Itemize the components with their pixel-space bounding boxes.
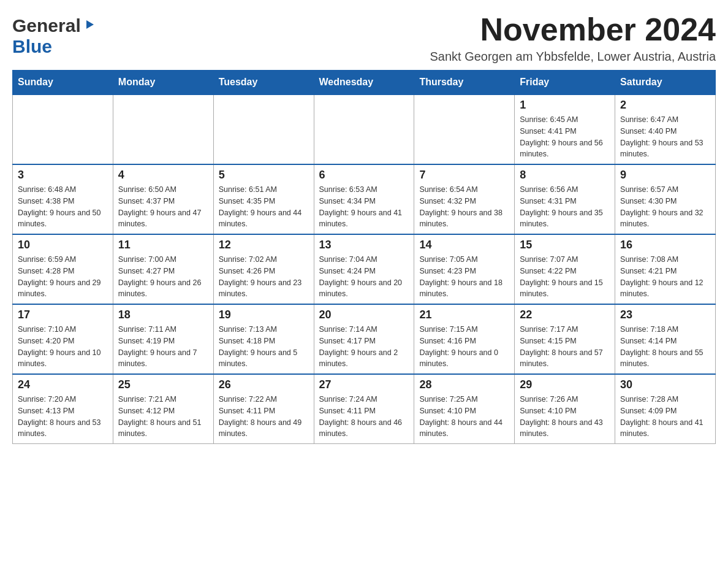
calendar-week-row-1: 3Sunrise: 6:48 AMSunset: 4:38 PMDaylight… — [13, 164, 716, 234]
calendar-table: SundayMondayTuesdayWednesdayThursdayFrid… — [12, 70, 716, 444]
day-info: Sunrise: 6:48 AMSunset: 4:38 PMDaylight:… — [18, 184, 108, 230]
calendar-cell: 18Sunrise: 7:11 AMSunset: 4:19 PMDayligh… — [113, 304, 213, 374]
day-number: 21 — [419, 308, 509, 321]
logo-arrow-icon — [83, 18, 96, 34]
logo: General Blue — [12, 12, 96, 57]
calendar-cell: 24Sunrise: 7:20 AMSunset: 4:13 PMDayligh… — [13, 374, 113, 444]
day-info: Sunrise: 7:05 AMSunset: 4:23 PMDaylight:… — [419, 254, 509, 300]
day-number: 27 — [319, 378, 409, 391]
calendar-cell: 17Sunrise: 7:10 AMSunset: 4:20 PMDayligh… — [13, 304, 113, 374]
calendar-cell: 8Sunrise: 6:56 AMSunset: 4:31 PMDaylight… — [515, 164, 615, 234]
calendar-cell: 30Sunrise: 7:28 AMSunset: 4:09 PMDayligh… — [615, 374, 716, 444]
day-info: Sunrise: 7:15 AMSunset: 4:16 PMDaylight:… — [419, 324, 509, 370]
calendar-cell: 4Sunrise: 6:50 AMSunset: 4:37 PMDaylight… — [113, 164, 213, 234]
day-info: Sunrise: 7:13 AMSunset: 4:18 PMDaylight:… — [219, 324, 309, 370]
day-number: 5 — [219, 169, 309, 182]
day-number: 4 — [118, 169, 208, 182]
calendar-cell: 23Sunrise: 7:18 AMSunset: 4:14 PMDayligh… — [615, 304, 716, 374]
calendar-cell: 1Sunrise: 6:45 AMSunset: 4:41 PMDaylight… — [515, 94, 615, 164]
day-info: Sunrise: 7:18 AMSunset: 4:14 PMDaylight:… — [620, 324, 710, 370]
day-number: 25 — [118, 378, 208, 391]
calendar-cell: 11Sunrise: 7:00 AMSunset: 4:27 PMDayligh… — [113, 234, 213, 304]
day-number: 20 — [319, 308, 409, 321]
day-info: Sunrise: 7:21 AMSunset: 4:12 PMDaylight:… — [118, 394, 208, 440]
weekday-header-tuesday: Tuesday — [213, 71, 314, 95]
calendar-cell — [414, 94, 515, 164]
calendar-cell: 6Sunrise: 6:53 AMSunset: 4:34 PMDaylight… — [314, 164, 414, 234]
svg-marker-0 — [86, 20, 94, 29]
weekday-header-monday: Monday — [113, 71, 213, 95]
day-info: Sunrise: 7:20 AMSunset: 4:13 PMDaylight:… — [18, 394, 108, 440]
calendar-cell — [314, 94, 414, 164]
day-number: 18 — [118, 308, 208, 321]
day-info: Sunrise: 6:45 AMSunset: 4:41 PMDaylight:… — [520, 114, 610, 160]
day-info: Sunrise: 6:56 AMSunset: 4:31 PMDaylight:… — [520, 184, 610, 230]
day-number: 6 — [319, 169, 409, 182]
weekday-header-saturday: Saturday — [615, 71, 716, 95]
day-number: 12 — [219, 239, 309, 251]
calendar-cell: 16Sunrise: 7:08 AMSunset: 4:21 PMDayligh… — [615, 234, 716, 304]
day-number: 2 — [620, 99, 710, 112]
logo-general-text: General — [12, 15, 81, 36]
logo-blue-text: Blue — [12, 36, 52, 57]
calendar-cell: 27Sunrise: 7:24 AMSunset: 4:11 PMDayligh… — [314, 374, 414, 444]
calendar-cell: 15Sunrise: 7:07 AMSunset: 4:22 PMDayligh… — [515, 234, 615, 304]
day-info: Sunrise: 7:07 AMSunset: 4:22 PMDaylight:… — [520, 254, 610, 300]
calendar-cell: 22Sunrise: 7:17 AMSunset: 4:15 PMDayligh… — [515, 304, 615, 374]
calendar-cell: 28Sunrise: 7:25 AMSunset: 4:10 PMDayligh… — [414, 374, 515, 444]
day-number: 10 — [18, 239, 108, 251]
day-number: 7 — [419, 169, 509, 182]
weekday-header-sunday: Sunday — [13, 71, 113, 95]
day-info: Sunrise: 7:28 AMSunset: 4:09 PMDaylight:… — [620, 394, 710, 440]
day-number: 26 — [219, 378, 309, 391]
day-number: 9 — [620, 169, 710, 182]
weekday-header-row: SundayMondayTuesdayWednesdayThursdayFrid… — [13, 71, 716, 95]
weekday-header-thursday: Thursday — [414, 71, 515, 95]
day-info: Sunrise: 7:17 AMSunset: 4:15 PMDaylight:… — [520, 324, 610, 370]
calendar-cell: 25Sunrise: 7:21 AMSunset: 4:12 PMDayligh… — [113, 374, 213, 444]
day-info: Sunrise: 7:26 AMSunset: 4:10 PMDaylight:… — [520, 394, 610, 440]
day-info: Sunrise: 7:08 AMSunset: 4:21 PMDaylight:… — [620, 254, 710, 300]
day-number: 11 — [118, 239, 208, 251]
day-info: Sunrise: 7:25 AMSunset: 4:10 PMDaylight:… — [419, 394, 509, 440]
day-info: Sunrise: 6:51 AMSunset: 4:35 PMDaylight:… — [219, 184, 309, 230]
day-info: Sunrise: 7:14 AMSunset: 4:17 PMDaylight:… — [319, 324, 409, 370]
calendar-week-row-4: 24Sunrise: 7:20 AMSunset: 4:13 PMDayligh… — [13, 374, 716, 444]
calendar-cell — [213, 94, 314, 164]
calendar-cell: 19Sunrise: 7:13 AMSunset: 4:18 PMDayligh… — [213, 304, 314, 374]
day-number: 23 — [620, 308, 710, 321]
calendar-cell — [13, 94, 113, 164]
day-info: Sunrise: 6:50 AMSunset: 4:37 PMDaylight:… — [118, 184, 208, 230]
day-info: Sunrise: 6:47 AMSunset: 4:40 PMDaylight:… — [620, 114, 710, 160]
day-number: 15 — [520, 239, 610, 251]
calendar-cell: 29Sunrise: 7:26 AMSunset: 4:10 PMDayligh… — [515, 374, 615, 444]
weekday-header-wednesday: Wednesday — [314, 71, 414, 95]
calendar-cell: 26Sunrise: 7:22 AMSunset: 4:11 PMDayligh… — [213, 374, 314, 444]
calendar-cell: 10Sunrise: 6:59 AMSunset: 4:28 PMDayligh… — [13, 234, 113, 304]
day-info: Sunrise: 6:54 AMSunset: 4:32 PMDaylight:… — [419, 184, 509, 230]
day-number: 8 — [520, 169, 610, 182]
weekday-header-friday: Friday — [515, 71, 615, 95]
month-title: November 2024 — [430, 12, 716, 47]
calendar-cell: 9Sunrise: 6:57 AMSunset: 4:30 PMDaylight… — [615, 164, 716, 234]
day-info: Sunrise: 6:53 AMSunset: 4:34 PMDaylight:… — [319, 184, 409, 230]
calendar-cell: 5Sunrise: 6:51 AMSunset: 4:35 PMDaylight… — [213, 164, 314, 234]
day-number: 16 — [620, 239, 710, 251]
calendar-week-row-2: 10Sunrise: 6:59 AMSunset: 4:28 PMDayligh… — [13, 234, 716, 304]
location-subtitle: Sankt Georgen am Ybbsfelde, Lower Austri… — [430, 50, 716, 64]
title-area: November 2024 Sankt Georgen am Ybbsfelde… — [430, 12, 716, 64]
calendar-cell: 14Sunrise: 7:05 AMSunset: 4:23 PMDayligh… — [414, 234, 515, 304]
day-info: Sunrise: 7:24 AMSunset: 4:11 PMDaylight:… — [319, 394, 409, 440]
day-number: 3 — [18, 169, 108, 182]
day-number: 13 — [319, 239, 409, 251]
day-number: 22 — [520, 308, 610, 321]
day-info: Sunrise: 7:02 AMSunset: 4:26 PMDaylight:… — [219, 254, 309, 300]
day-number: 14 — [419, 239, 509, 251]
calendar-week-row-3: 17Sunrise: 7:10 AMSunset: 4:20 PMDayligh… — [13, 304, 716, 374]
calendar-cell: 2Sunrise: 6:47 AMSunset: 4:40 PMDaylight… — [615, 94, 716, 164]
calendar-cell: 13Sunrise: 7:04 AMSunset: 4:24 PMDayligh… — [314, 234, 414, 304]
day-info: Sunrise: 7:11 AMSunset: 4:19 PMDaylight:… — [118, 324, 208, 370]
day-number: 24 — [18, 378, 108, 391]
day-number: 1 — [520, 99, 610, 112]
calendar-week-row-0: 1Sunrise: 6:45 AMSunset: 4:41 PMDaylight… — [13, 94, 716, 164]
